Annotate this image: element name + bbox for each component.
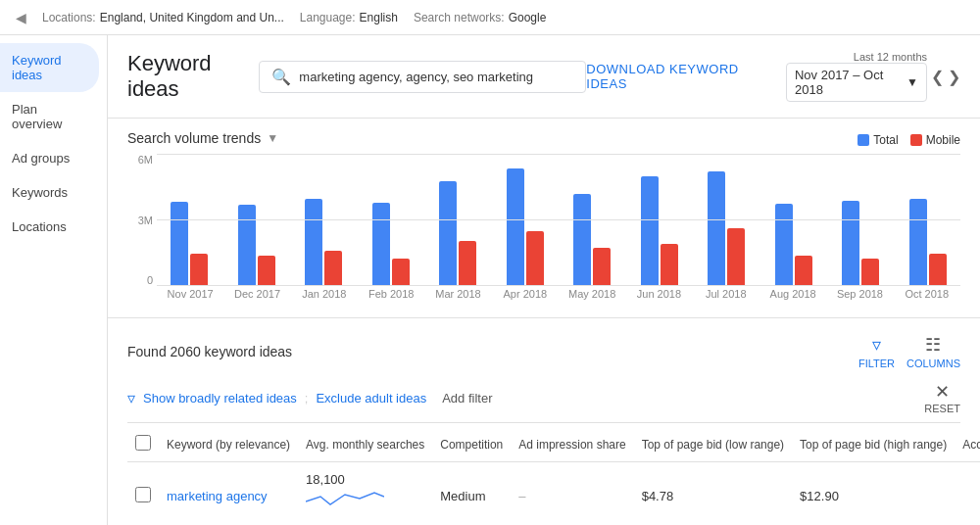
bar-group-May-2018 [573,194,611,286]
x-label-10: Sep 2018 [826,288,893,300]
bar-mobile-6 [593,248,611,286]
bar-group-Dec-2017 [238,205,275,286]
bar-total-0 [171,202,188,286]
results-header: Found 2060 keyword ideas ▿ FILTER ☷ COLU… [127,326,960,377]
bar-group-Mar-2018 [439,181,476,286]
filter-row: ▿ Show broadly related ideas ; Exclude a… [127,377,960,423]
bar-total-5 [507,168,524,286]
date-range-selector: Last 12 months Nov 2017 – Oct 2018 ▼ ❮ ❯ [786,51,960,102]
date-range-label: Last 12 months [854,51,927,63]
bar-mobile-5 [526,231,544,286]
content-area: Keyword ideas 🔍 DOWNLOAD KEYWORD IDEAS L… [108,35,980,525]
keyword-name[interactable]: marketing agency [167,489,268,503]
filter-icon: ▿ [872,334,881,356]
top-bid-low-cell: $4.78 [634,462,792,526]
x-label-11: Oct 2018 [894,288,960,300]
y-label-6m: 6M [127,154,153,166]
sidebar-item-keyword-ideas[interactable]: Keyword ideas [0,43,99,92]
x-label-5: Apr 2018 [492,288,559,300]
legend-total: Total [858,133,898,147]
chart-title: Search volume trends [127,130,261,146]
date-range-value[interactable]: Nov 2017 – Oct 2018 ▼ [786,63,927,102]
sparkline-0 [306,487,384,516]
language-value: English [360,11,398,24]
select-all-checkbox[interactable] [135,435,151,451]
add-filter-button[interactable]: Add filter [442,391,492,406]
exclude-adult-filter[interactable]: Exclude adult ideas [316,391,426,406]
locations-value: England, United Kingdom and Un... [100,11,284,24]
results-actions: ▿ FILTER ☷ COLUMNS [858,334,960,369]
y-label-3m: 3M [127,215,153,226]
sidebar-item-plan-overview[interactable]: Plan overview [0,92,99,141]
y-label-0: 0 [127,274,153,286]
bar-total-11 [909,199,927,286]
close-icon: ✕ [935,381,950,403]
bar-mobile-9 [795,256,812,286]
page-title: Keyword ideas [127,51,243,102]
legend-mobile: Mobile [910,133,960,147]
sidebar-item-locations[interactable]: Locations [0,210,99,244]
bar-group-Sep-2018 [842,201,879,286]
bar-group-Jan-2018 [305,199,342,286]
search-networks-value: Google [509,11,547,24]
col-top-bid-high: Top of page bid (high range) [792,427,955,462]
bar-mobile-11 [929,254,947,286]
bar-total-1 [238,205,256,286]
x-label-2: Jan 2018 [291,288,358,300]
bar-total-8 [708,171,725,286]
bar-mobile-1 [258,256,275,286]
results-section: Found 2060 keyword ideas ▿ FILTER ☷ COLU… [108,317,980,427]
legend-total-label: Total [873,133,898,147]
bar-mobile-0 [190,254,208,286]
avg-monthly-cell: 18,100 [298,462,432,526]
filter-button[interactable]: ▿ FILTER [858,334,895,369]
col-avg-monthly: Avg. monthly searches [298,427,432,462]
chart-x-labels: Nov 2017Dec 2017Jan 2018Feb 2018Mar 2018… [157,288,960,300]
sidebar-item-keywords[interactable]: Keywords [0,175,99,210]
locations-info: Locations: England, United Kingdom and U… [42,11,284,24]
chart-bars [157,154,960,286]
legend-total-dot [858,134,869,146]
bar-group-Feb-2018 [372,203,410,286]
top-bar: ◀ Locations: England, United Kingdom and… [0,0,980,35]
table-row: marketing agency18,100 Medium–$4.78$12.9… [127,462,980,526]
bar-mobile-2 [324,251,342,286]
bar-mobile-8 [727,228,745,286]
bar-mobile-7 [661,244,678,286]
ad-impression-cell: – [511,462,633,526]
chevron-down-icon: ▼ [906,75,918,89]
x-label-7: Jun 2018 [625,288,692,300]
row-checkbox-0[interactable] [135,487,151,502]
date-prev-button[interactable]: ❮ [931,68,944,86]
bar-mobile-10 [861,259,879,286]
col-keyword: Keyword (by relevance) [159,427,298,462]
back-arrow[interactable]: ◀ [16,10,26,25]
bar-total-10 [842,201,859,286]
columns-button[interactable]: ☷ COLUMNS [906,334,960,369]
keyword-search-bar[interactable]: 🔍 [259,61,586,93]
language-info: Language: English [300,11,398,24]
x-label-0: Nov 2017 [157,288,223,300]
x-label-4: Mar 2018 [424,288,491,300]
sidebar-item-ad-groups[interactable]: Ad groups [0,141,99,175]
date-next-button[interactable]: ❯ [948,68,960,86]
bar-group-Nov-2017 [171,202,208,286]
keyword-table-body: marketing agency18,100 Medium–$4.78$12.9… [127,462,980,526]
bar-total-7 [641,176,659,286]
select-all-header[interactable] [127,427,159,462]
chart-dropdown-icon[interactable]: ▼ [267,131,278,145]
bar-group-Jun-2018 [641,176,678,286]
download-keyword-ideas-button[interactable]: DOWNLOAD KEYWORD IDEAS [586,62,770,91]
x-label-6: May 2018 [559,288,625,300]
bar-group-Aug-2018 [775,204,812,286]
sidebar: Keyword ideas Plan overview Ad groups Ke… [0,35,108,525]
col-ad-impression: Ad impression share [511,427,633,462]
bar-mobile-3 [392,259,410,286]
filter-funnel-icon: ▿ [127,389,135,407]
col-top-bid-low: Top of page bid (low range) [634,427,792,462]
account-status-cell [955,462,980,526]
reset-button[interactable]: ✕ RESET [924,381,960,414]
bar-total-6 [573,194,591,286]
search-input[interactable] [299,70,573,84]
show-broadly-filter[interactable]: Show broadly related ideas [143,391,297,406]
